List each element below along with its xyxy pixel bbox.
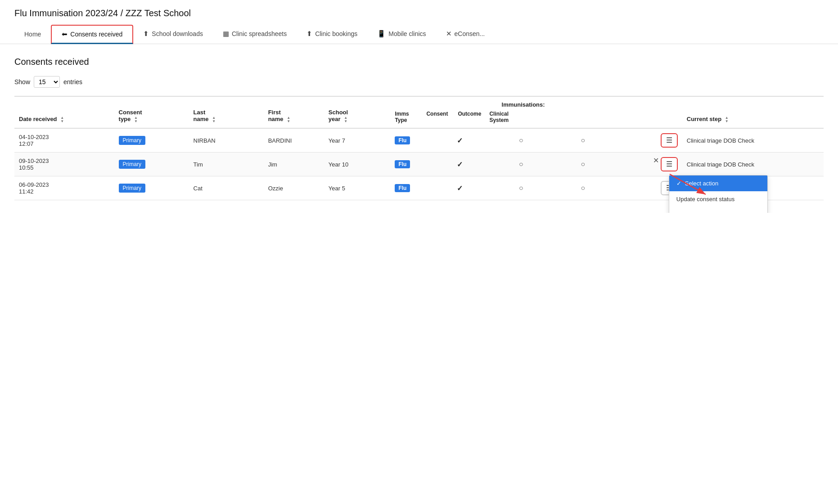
show-entries-control: Show 15 5 10 25 50 100 entries <box>14 76 824 88</box>
sort-arrows-consent-type: ▲▼ <box>134 116 138 123</box>
tab-clinic-bookings[interactable]: ⬆ Clinic bookings <box>297 25 367 44</box>
clinic-spreadsheets-label: Clinic spreadsheets <box>232 30 287 37</box>
hamburger-icon: ☰ <box>666 160 672 168</box>
sort-arrows-school-year: ▲▼ <box>344 116 347 123</box>
row3-outcome: ○ <box>514 176 577 200</box>
tab-mobile-clinics[interactable]: 📱 Mobile clinics <box>367 25 436 44</box>
row2-school-year: Year 10 <box>324 153 391 176</box>
table-header-row: Date received ▲▼ Consenttype ▲▼ Lastname… <box>14 96 824 128</box>
clinic-spreadsheets-icon: ▦ <box>223 30 229 38</box>
row3-school-year: Year 5 <box>324 176 391 200</box>
mobile-clinics-label: Mobile clinics <box>388 30 426 37</box>
row2-date: 09-10-202310:55 <box>14 153 114 176</box>
row2-action-cell: ✕ ☰ <box>656 153 682 176</box>
row1-school-year: Year 7 <box>324 128 391 153</box>
clinical-circle-icon: ○ <box>581 184 586 192</box>
row2-first-name: Jim <box>264 153 324 176</box>
clinic-bookings-label: Clinic bookings <box>315 30 357 37</box>
table-row: 09-10-202310:55 Primary Tim Jim Year 10 … <box>14 153 824 176</box>
primary-badge: Primary <box>119 136 145 145</box>
header-school-year[interactable]: Schoolyear ▲▼ <box>324 96 391 128</box>
row1-imms-type: Flu <box>390 128 452 153</box>
row1-current-step: Clinical triage DOB Check <box>682 128 824 153</box>
dropdown-item-select-action[interactable]: ✓ Select action <box>669 176 767 191</box>
header-first-name[interactable]: Firstname ▲▼ <box>264 96 324 128</box>
consents-received-label: Consents received <box>70 31 122 38</box>
header-outcome: Outcome <box>458 111 489 123</box>
update-vaccination-label: Update vaccination status <box>676 212 743 213</box>
table-row: 04-10-202312:07 Primary NIRBAN BARDINI Y… <box>14 128 824 153</box>
flu-badge: Flu <box>395 160 410 168</box>
row1-clinical-system: ○ <box>577 128 656 153</box>
tab-school-downloads[interactable]: ⬆ School downloads <box>133 25 213 44</box>
page-title: Flu Immunisation 2023/24 / ZZZ Test Scho… <box>14 8 824 18</box>
dropdown-item-update-vaccination[interactable]: Update vaccination status <box>669 207 767 213</box>
tab-home[interactable]: Home <box>14 26 51 44</box>
tab-econsents[interactable]: ✕ eConsen... <box>436 25 495 44</box>
row1-action-cell: ☰ <box>656 128 682 153</box>
nav-tabs: Home ⬅ Consents received ⬆ School downlo… <box>14 25 824 44</box>
header-action <box>656 96 682 128</box>
sort-arrows-first-name: ▲▼ <box>287 116 290 123</box>
dropdown-item-update-consent[interactable]: Update consent status <box>669 191 767 207</box>
consent-check-icon: ✓ <box>457 184 463 192</box>
row1-menu-button[interactable]: ☰ <box>661 133 678 148</box>
row3-consent: ✓ <box>452 176 514 200</box>
row1-menu-wrap: ☰ <box>661 133 678 148</box>
header-imms-type: ImmsType <box>395 111 426 123</box>
clinical-circle-icon: ○ <box>581 160 586 168</box>
outcome-circle-icon: ○ <box>519 136 523 144</box>
econsents-icon: ✕ <box>446 30 452 38</box>
row1-consent: ✓ <box>452 128 514 153</box>
home-tab-label: Home <box>24 31 41 38</box>
row3-first-name: Ozzie <box>264 176 324 200</box>
header-clinical-system: ClinicalSystem <box>489 111 530 123</box>
consent-check-icon: ✓ <box>457 161 463 168</box>
primary-badge: Primary <box>119 160 145 169</box>
consents-table: Date received ▲▼ Consenttype ▲▼ Lastname… <box>14 96 824 200</box>
outcome-circle-icon: ○ <box>519 184 523 192</box>
mobile-clinics-icon: 📱 <box>377 30 386 38</box>
header-current-step[interactable]: Current step ▲▼ <box>682 96 824 128</box>
row2-menu-wrap: ☰ <box>661 157 678 171</box>
consent-check-icon: ✓ <box>457 137 463 144</box>
row1-first-name: BARDINI <box>264 128 324 153</box>
sort-arrows-date: ▲▼ <box>60 116 64 123</box>
header-consent-type[interactable]: Consenttype ▲▼ <box>114 96 189 128</box>
row2-imms-type: Flu <box>390 153 452 176</box>
close-menu-icon[interactable]: ✕ <box>653 156 659 165</box>
header-last-name[interactable]: Lastname ▲▼ <box>189 96 264 128</box>
row2-outcome: ○ <box>514 153 577 176</box>
row3-consent-type: Primary <box>114 176 189 200</box>
select-action-label: Select action <box>685 180 718 187</box>
row1-date: 04-10-202312:07 <box>14 128 114 153</box>
clinical-circle-icon: ○ <box>581 136 586 144</box>
row2-consent-type: Primary <box>114 153 189 176</box>
main-content: Consents received Show 15 5 10 25 50 100… <box>0 44 838 213</box>
tab-consents-received[interactable]: ⬅ Consents received <box>51 25 133 44</box>
row2-last-name: Tim <box>189 153 264 176</box>
clinic-bookings-icon: ⬆ <box>306 30 312 38</box>
tab-clinic-spreadsheets[interactable]: ▦ Clinic spreadsheets <box>213 25 297 44</box>
header-date-received[interactable]: Date received ▲▼ <box>14 96 114 128</box>
row1-outcome: ○ <box>514 128 577 153</box>
school-downloads-icon: ⬆ <box>143 30 149 38</box>
check-mark-icon: ✓ <box>676 180 681 187</box>
show-label: Show <box>14 78 30 86</box>
row2-clinical-system: ○ <box>577 153 656 176</box>
entries-label: entries <box>63 78 82 86</box>
sort-arrows-last-name: ▲▼ <box>212 116 216 123</box>
flu-badge: Flu <box>395 136 410 144</box>
primary-badge: Primary <box>119 184 145 193</box>
entries-select[interactable]: 15 5 10 25 50 100 <box>34 76 60 88</box>
row2-menu-button[interactable]: ☰ <box>661 157 678 171</box>
outcome-circle-icon: ○ <box>519 160 523 168</box>
section-title: Consents received <box>14 57 824 67</box>
sort-arrows-current-step: ▲▼ <box>725 116 729 123</box>
row3-imms-type: Flu <box>390 176 452 200</box>
row1-consent-type: Primary <box>114 128 189 153</box>
header-immunisations-group: Immunisations: ImmsType Consent Outcome … <box>390 96 656 128</box>
row3-last-name: Cat <box>189 176 264 200</box>
row1-last-name: NIRBAN <box>189 128 264 153</box>
row2-consent: ✓ <box>452 153 514 176</box>
